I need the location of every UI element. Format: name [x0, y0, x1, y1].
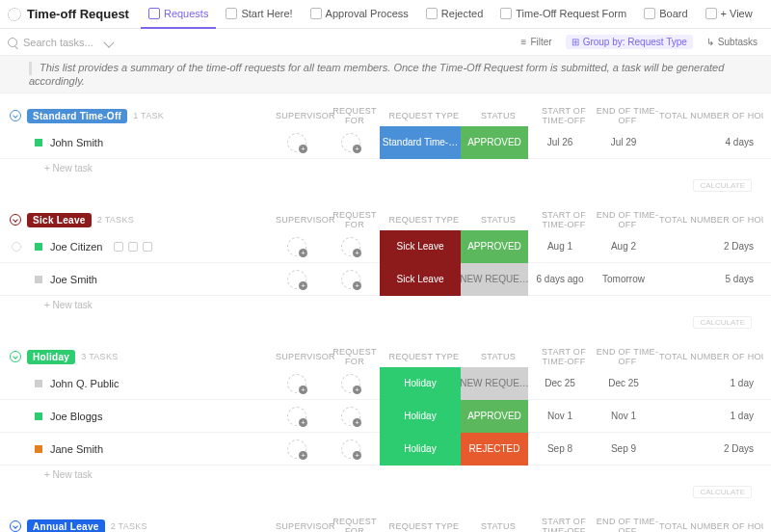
tab-4[interactable]: Time-Off Request Form	[492, 0, 634, 29]
start-date: 6 days ago	[528, 274, 592, 284]
tab-2[interactable]: Approval Process	[303, 0, 416, 29]
row-selector[interactable]	[12, 242, 21, 252]
status-square-icon[interactable]	[35, 276, 42, 283]
tab-icon	[226, 8, 237, 19]
search-input[interactable]: Search tasks...	[8, 37, 220, 48]
request-type-chip[interactable]: Standard Time-…	[380, 126, 461, 159]
chevron-down-icon	[103, 37, 114, 47]
tab-6[interactable]: + View	[698, 0, 760, 29]
supervisor-avatar[interactable]	[287, 439, 306, 459]
link-icon[interactable]	[128, 242, 138, 252]
status-chip[interactable]: NEW REQUE…	[461, 263, 528, 296]
subtask-icon[interactable]	[114, 242, 123, 252]
calculate-button[interactable]: CALCULATE	[693, 179, 752, 192]
task-row[interactable]: John Q. Public Holiday NEW REQUE… Dec 25…	[0, 367, 771, 400]
filter-button[interactable]: ≡ Filter	[516, 35, 558, 49]
request-for-avatar[interactable]	[341, 237, 360, 256]
page-title: Time-off Request	[27, 7, 129, 21]
new-task-button[interactable]: + New task	[0, 159, 771, 177]
top-tab-bar: Time-off Request RequestsStart Here!Appr…	[0, 0, 771, 29]
duration: 2 Days	[655, 241, 759, 252]
end-date: Tomorrow	[592, 274, 655, 284]
supervisor-avatar[interactable]	[287, 374, 306, 393]
status-square-icon[interactable]	[35, 243, 42, 251]
task-row[interactable]: Joe Smith Sick Leave NEW REQUE… 6 days a…	[0, 263, 771, 296]
group-pill[interactable]: Standard Time-Off	[27, 109, 127, 123]
request-for-avatar[interactable]	[341, 374, 360, 393]
duration: 1 day	[655, 378, 759, 388]
group-count: 2 TASKS	[97, 215, 134, 225]
group-pill[interactable]: Sick Leave	[27, 213, 92, 227]
duration: 5 days	[655, 274, 759, 284]
task-row[interactable]: Jane Smith Holiday REJECTED Sep 8 Sep 9 …	[0, 433, 771, 466]
status-square-icon[interactable]	[35, 380, 42, 387]
request-for-avatar[interactable]	[341, 133, 360, 152]
group-by-button[interactable]: ⊞ Group by: Request Type	[566, 35, 693, 49]
status-chip[interactable]: NEW REQUE…	[461, 367, 528, 400]
end-date: Sep 9	[592, 443, 655, 454]
tab-icon	[705, 8, 717, 19]
duration: 1 day	[655, 411, 759, 421]
request-type-chip[interactable]: Sick Leave	[380, 230, 461, 263]
supervisor-avatar[interactable]	[287, 133, 306, 152]
toolbar: Search tasks... ≡ Filter ⊞ Group by: Req…	[0, 29, 771, 56]
start-date: Dec 25	[528, 378, 592, 388]
supervisor-avatar[interactable]	[287, 270, 306, 289]
request-type-chip[interactable]: Sick Leave	[380, 263, 461, 296]
new-task-button[interactable]: + New task	[0, 466, 771, 484]
status-square-icon[interactable]	[35, 445, 42, 453]
calculate-button[interactable]: CALCULATE	[693, 316, 752, 329]
task-name: Joe Bloggs	[50, 411, 102, 422]
request-type-chip[interactable]: Holiday	[380, 433, 461, 466]
supervisor-avatar[interactable]	[287, 407, 306, 426]
group-count: 3 TASKS	[81, 352, 118, 361]
group-count: 2 TASKS	[111, 521, 147, 531]
request-for-avatar[interactable]	[341, 270, 360, 289]
task-row[interactable]: John Smith Standard Time-… APPROVED Jul …	[0, 126, 771, 159]
subtasks-button[interactable]: ↳ Subtasks	[701, 35, 763, 49]
duration: 4 days	[655, 137, 759, 147]
task-name: Jane Smith	[50, 443, 103, 455]
status-chip[interactable]: REJECTED	[461, 433, 528, 466]
status-square-icon[interactable]	[35, 412, 42, 420]
group-toggle[interactable]	[10, 214, 21, 226]
task-name: Joe Citizen	[50, 241, 102, 253]
edit-icon[interactable]	[143, 242, 152, 252]
tab-3[interactable]: Rejected	[418, 0, 491, 29]
group-toggle[interactable]	[10, 520, 21, 532]
tab-icon	[644, 8, 655, 19]
group-toggle[interactable]	[10, 110, 21, 121]
tab-5[interactable]: Board	[636, 0, 695, 29]
tab-icon	[310, 8, 322, 19]
group-header: Standard Time-Off 1 TASK SUPERVISORREQUE…	[0, 101, 771, 126]
app-logo-icon	[8, 8, 21, 21]
status-chip[interactable]: APPROVED	[461, 230, 528, 263]
request-type-chip[interactable]: Holiday	[380, 400, 461, 433]
task-row[interactable]: Joe Bloggs Holiday APPROVED Nov 1 Nov 1 …	[0, 400, 771, 433]
start-date: Sep 8	[528, 443, 592, 454]
status-square-icon[interactable]	[35, 139, 42, 146]
group-pill[interactable]: Annual Leave	[27, 519, 105, 532]
tab-icon	[500, 8, 512, 19]
task-name: John Smith	[50, 137, 103, 148]
status-chip[interactable]: APPROVED	[461, 126, 528, 159]
start-date: Jul 26	[528, 137, 592, 147]
start-date: Nov 1	[528, 411, 592, 421]
list-description: This list provides a summary of the time…	[0, 56, 771, 93]
start-date: Aug 1	[528, 241, 592, 252]
new-task-button[interactable]: + New task	[0, 296, 771, 314]
request-for-avatar[interactable]	[341, 439, 360, 459]
search-placeholder: Search tasks...	[23, 37, 93, 48]
calculate-button[interactable]: CALCULATE	[693, 486, 752, 498]
tab-1[interactable]: Start Here!	[218, 0, 300, 29]
supervisor-avatar[interactable]	[287, 237, 306, 256]
task-row[interactable]: Joe Citizen Sick Leave APPROVED Aug 1 Au…	[0, 230, 771, 263]
request-type-chip[interactable]: Holiday	[380, 367, 461, 400]
duration: 2 Days	[655, 443, 759, 454]
group-toggle[interactable]	[10, 351, 21, 362]
tab-0[interactable]: Requests	[141, 0, 216, 29]
status-chip[interactable]: APPROVED	[461, 400, 528, 433]
group-count: 1 TASK	[133, 111, 164, 120]
request-for-avatar[interactable]	[341, 407, 360, 426]
group-pill[interactable]: Holiday	[27, 350, 75, 364]
